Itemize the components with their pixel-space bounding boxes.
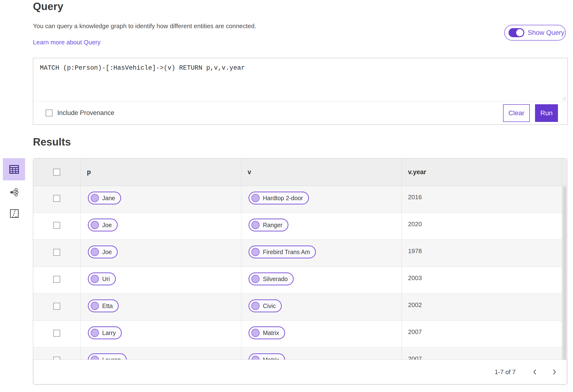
year-value: 2007 (408, 328, 422, 336)
map-view-icon (9, 208, 19, 219)
select-all-checkbox[interactable] (53, 169, 60, 176)
row-checkbox[interactable] (53, 195, 60, 202)
query-input[interactable]: MATCH (p:Person)-[:HasVehicle]->(v) RETU… (33, 58, 568, 102)
table-view-button[interactable] (3, 158, 25, 180)
row-checkbox-cell (33, 267, 81, 293)
knowledge-graph-query-page: Query You can query a knowledge graph to… (0, 0, 573, 392)
node-dot-icon (91, 221, 99, 229)
year-value: 2016 (408, 193, 422, 201)
entity-label: Matrix (263, 329, 279, 336)
entity-label: Ranger (263, 222, 283, 229)
pagination-range-label: 1-7 of 7 (495, 368, 516, 376)
node-dot-icon (251, 248, 260, 256)
entity-pill-vehicle[interactable]: Matrix (249, 326, 285, 339)
cell-p: Larry (81, 321, 241, 347)
table-header-row: p v v.year (33, 158, 567, 186)
entity-label: Joe (102, 249, 112, 256)
table-scrollbar[interactable] (562, 186, 567, 384)
node-dot-icon (251, 275, 260, 283)
entity-label: Silverado (263, 275, 288, 283)
entity-pill-vehicle[interactable]: Hardtop 2-door (249, 192, 309, 205)
cell-v-year: 2016 (402, 186, 562, 213)
toggle-knob (516, 29, 523, 36)
query-description: You can query a knowledge graph to ident… (33, 22, 256, 30)
column-header-v[interactable]: v (241, 158, 402, 186)
scrollbar-thumb[interactable] (563, 186, 566, 384)
include-provenance-checkbox[interactable] (46, 109, 53, 117)
learn-more-link[interactable]: Learn more about Query (33, 39, 101, 46)
entity-pill-vehicle[interactable]: Ranger (249, 219, 288, 231)
cell-v-year: 2002 (402, 294, 562, 320)
entity-pill-vehicle[interactable]: Silverado (249, 273, 294, 285)
row-checkbox[interactable] (53, 276, 60, 283)
chevron-left-icon (533, 369, 537, 375)
row-checkbox[interactable] (53, 249, 60, 256)
cell-p: Etta (81, 294, 241, 320)
cell-v-year: 2020 (402, 213, 562, 239)
row-checkbox-cell (33, 213, 81, 239)
next-page-button[interactable] (549, 367, 560, 377)
run-button[interactable]: Run (535, 104, 558, 122)
year-value: 1978 (408, 247, 422, 255)
pagination-bar: 1-7 of 7 (33, 359, 567, 384)
node-dot-icon (91, 194, 99, 202)
table-row: Joe Ranger 2020 (33, 213, 567, 240)
entity-pill-person[interactable]: Etta (88, 299, 119, 312)
show-query-toggle[interactable]: Show Query (504, 25, 566, 41)
results-section-title: Results (33, 136, 71, 148)
results-table: p v v.year Jane Hardtop 2-door 2016 (33, 158, 567, 385)
entity-label: Jane (102, 195, 115, 202)
entity-pill-person[interactable]: Larry (88, 326, 122, 339)
year-value: 2002 (408, 301, 422, 309)
chevron-right-icon (552, 369, 556, 375)
cell-p: Joe (81, 213, 241, 239)
cell-v: Civic (241, 294, 402, 320)
toggle-switch-icon[interactable] (509, 28, 524, 37)
node-dot-icon (251, 221, 260, 229)
table-view-icon (9, 165, 19, 174)
entity-label: Larry (102, 329, 116, 336)
column-header-v-year[interactable]: v.year (402, 158, 562, 186)
entity-pill-person[interactable]: Joe (88, 245, 118, 258)
row-checkbox[interactable] (53, 222, 60, 229)
map-view-button[interactable] (6, 205, 23, 222)
entity-pill-person[interactable]: Jane (88, 192, 121, 205)
entity-label: Joe (102, 222, 112, 229)
row-checkbox-cell (33, 240, 81, 267)
cell-p: Uri (81, 267, 241, 293)
table-row: Uri Silverado 2003 (33, 267, 567, 294)
node-dot-icon (91, 248, 99, 256)
cell-v: Firebird Trans Am (241, 240, 402, 267)
entity-label: Uri (102, 275, 110, 283)
table-row: Jane Hardtop 2-door 2016 (33, 186, 567, 213)
previous-page-button[interactable] (530, 367, 540, 377)
graph-view-icon (9, 187, 19, 197)
cell-p: Joe (81, 240, 241, 267)
entity-pill-person[interactable]: Uri (88, 273, 116, 285)
show-query-label: Show Query (528, 29, 564, 36)
node-dot-icon (91, 329, 99, 337)
entity-pill-person[interactable]: Joe (88, 219, 118, 231)
cell-v: Matrix (241, 321, 402, 347)
table-row: Etta Civic 2002 (33, 294, 567, 321)
table-row: Joe Firebird Trans Am 1978 (33, 240, 567, 267)
query-footer: Include Provenance Clear Run (33, 102, 568, 124)
row-checkbox[interactable] (53, 330, 60, 337)
entity-pill-vehicle[interactable]: Firebird Trans Am (249, 245, 316, 258)
year-value: 2020 (408, 221, 422, 228)
textarea-resize-handle-icon[interactable] (562, 95, 566, 100)
entity-label: Hardtop 2-door (263, 195, 303, 202)
node-dot-icon (91, 302, 99, 310)
entity-label: Firebird Trans Am (263, 249, 310, 256)
header-scrollbar-stub (562, 158, 567, 186)
row-checkbox[interactable] (53, 303, 60, 310)
query-editor-panel: MATCH (p:Person)-[:HasVehicle]->(v) RETU… (33, 58, 568, 125)
graph-view-button[interactable] (6, 184, 22, 201)
cell-v: Silverado (241, 267, 402, 293)
column-header-p[interactable]: p (81, 158, 241, 186)
cell-p: Jane (81, 186, 241, 213)
row-checkbox-cell (33, 186, 81, 213)
entity-pill-vehicle[interactable]: Civic (249, 299, 282, 312)
clear-button[interactable]: Clear (503, 104, 530, 122)
node-dot-icon (251, 329, 260, 337)
